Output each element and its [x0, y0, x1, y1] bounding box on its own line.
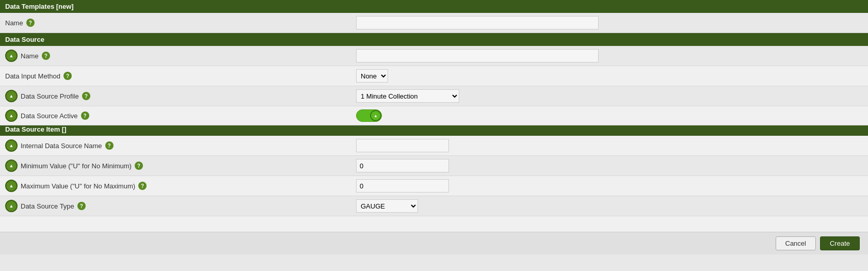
data-input-label-container: Data Input Method ?	[5, 72, 356, 80]
ds-name-icon[interactable]	[5, 50, 18, 62]
ds-active-label: Data Source Active	[21, 112, 78, 120]
data-input-row: Data Input Method ? None	[0, 66, 868, 86]
max-value-value	[356, 179, 863, 193]
ds-item-header-label: Data Source Item []	[5, 125, 66, 133]
page-title-header: Data Templates [new]	[0, 0, 868, 13]
max-value-label-container: Maximum Value ("U" for No Maximum) ?	[5, 180, 356, 192]
ds-type-label-container: Data Source Type ?	[5, 200, 356, 212]
ds-active-help-icon[interactable]: ?	[81, 111, 89, 120]
ds-profile-icon[interactable]	[5, 90, 18, 102]
ds-name-label: Name	[21, 52, 39, 60]
ds-name-input[interactable]	[356, 49, 599, 62]
ds-type-select[interactable]: GAUGE COUNTER ABSOLUTE DERIVE	[356, 199, 418, 213]
internal-name-label: Internal Data Source Name	[21, 142, 102, 150]
internal-name-icon[interactable]	[5, 139, 18, 152]
data-input-method-select[interactable]: None	[356, 69, 388, 83]
ds-type-label: Data Source Type	[21, 202, 74, 210]
min-value-row: Minimum Value ("U" for No Minimum) ?	[0, 156, 868, 176]
ds-profile-value: 1 Minute Collection	[356, 89, 863, 103]
data-input-label: Data Input Method	[5, 72, 60, 80]
ds-type-icon[interactable]	[5, 200, 18, 212]
ds-active-icon[interactable]	[5, 109, 18, 122]
internal-name-row: Internal Data Source Name ?	[0, 136, 868, 156]
data-source-header: Data Source	[0, 33, 868, 46]
min-value-value	[356, 159, 863, 172]
top-name-label-container: Name ?	[5, 19, 356, 27]
ds-type-value: GAUGE COUNTER ABSOLUTE DERIVE	[356, 199, 863, 213]
create-button[interactable]: Create	[820, 236, 860, 250]
max-value-help-icon[interactable]: ?	[138, 182, 147, 190]
internal-name-value	[356, 139, 863, 152]
ds-active-row: Data Source Active ?	[0, 106, 868, 125]
ds-name-row: Name ?	[0, 46, 868, 66]
ds-profile-label-container: Data Source Profile ?	[5, 90, 356, 102]
top-name-value	[356, 16, 863, 29]
top-name-help-icon[interactable]: ?	[26, 19, 35, 27]
internal-name-help-icon[interactable]: ?	[105, 141, 114, 150]
top-name-input[interactable]	[356, 16, 599, 29]
ds-name-help-icon[interactable]: ?	[42, 52, 50, 60]
max-value-icon[interactable]	[5, 180, 18, 192]
page-title: Data Templates [new]	[5, 3, 74, 10]
footer-bar: Cancel Create	[0, 232, 868, 254]
ds-active-label-container: Data Source Active ?	[5, 109, 356, 122]
cancel-button[interactable]: Cancel	[776, 236, 816, 250]
top-name-label: Name	[5, 19, 23, 27]
ds-type-row: Data Source Type ? GAUGE COUNTER ABSOLUT…	[0, 196, 868, 216]
ds-item-header: Data Source Item []	[0, 125, 868, 136]
max-value-input[interactable]	[356, 179, 449, 193]
internal-name-input[interactable]	[356, 139, 449, 152]
min-value-icon[interactable]	[5, 160, 18, 172]
data-input-help-icon[interactable]: ?	[63, 72, 72, 80]
spacer-row	[0, 216, 868, 232]
ds-type-help-icon[interactable]: ?	[77, 202, 86, 210]
top-name-row: Name ?	[0, 13, 868, 33]
ds-active-toggle-knob	[370, 110, 381, 121]
min-value-label-container: Minimum Value ("U" for No Minimum) ?	[5, 160, 356, 172]
ds-profile-help-icon[interactable]: ?	[82, 92, 90, 100]
max-value-row: Maximum Value ("U" for No Maximum) ?	[0, 176, 868, 196]
ds-profile-select[interactable]: 1 Minute Collection	[356, 89, 459, 103]
internal-name-label-container: Internal Data Source Name ?	[5, 139, 356, 152]
ds-profile-row: Data Source Profile ? 1 Minute Collectio…	[0, 86, 868, 106]
min-value-input[interactable]	[356, 159, 449, 172]
max-value-label: Maximum Value ("U" for No Maximum)	[21, 182, 135, 190]
ds-active-value	[356, 109, 863, 122]
data-input-value: None	[356, 69, 863, 83]
ds-name-value	[356, 49, 863, 62]
min-value-label: Minimum Value ("U" for No Minimum)	[21, 162, 132, 170]
ds-profile-label: Data Source Profile	[21, 92, 79, 100]
ds-name-label-container: Name ?	[5, 50, 356, 62]
page-wrapper: Data Templates [new] Name ? Data Source …	[0, 0, 868, 271]
data-source-header-label: Data Source	[5, 36, 44, 43]
min-value-help-icon[interactable]: ?	[135, 162, 143, 170]
ds-active-toggle[interactable]	[356, 109, 382, 122]
